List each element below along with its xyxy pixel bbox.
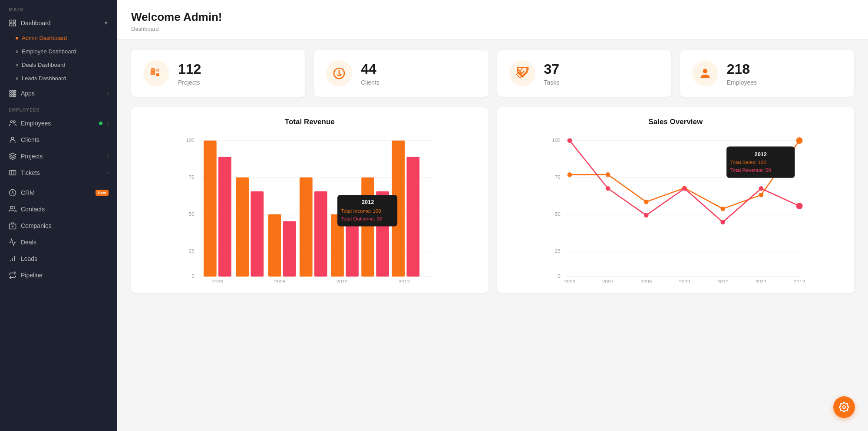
svg-point-18 (10, 206, 13, 209)
svg-text:2012: 2012 (754, 151, 766, 158)
svg-point-83 (644, 213, 648, 218)
tasks-count: 37 (544, 61, 560, 77)
settings-fab[interactable] (833, 396, 855, 418)
stat-card-tasks: 37 Tasks (497, 50, 671, 97)
sidebar-item-tickets[interactable]: Tickets › (0, 165, 117, 181)
sidebar-item-projects[interactable]: Projects › (0, 148, 117, 165)
svg-text:2012: 2012 (399, 279, 410, 283)
svg-text:2012: 2012 (794, 279, 805, 283)
sidebar-item-crm[interactable]: CRM New (0, 184, 117, 201)
projects-label: Projects (178, 79, 201, 86)
line-chart-card: Sales Overview 100 75 50 25 0 (497, 107, 855, 293)
sidebar-item-leads[interactable]: Leads (0, 250, 117, 267)
svg-point-13 (10, 121, 13, 123)
svg-text:50: 50 (189, 211, 195, 217)
employees-online-dot (99, 122, 102, 125)
tasks-stat-icon (515, 66, 529, 80)
clients-count: 44 (361, 61, 380, 77)
sidebar-item-employee-dashboard[interactable]: Employee Dashboard (0, 45, 117, 58)
svg-text:2008: 2008 (274, 279, 285, 283)
svg-rect-0 (10, 20, 12, 22)
svg-rect-6 (14, 90, 16, 92)
svg-text:2006: 2006 (564, 279, 575, 283)
sub-item-label: Admin Dashboard (22, 35, 67, 41)
sidebar-item-pipeline[interactable]: Pipeline (0, 267, 117, 283)
svg-rect-44 (236, 178, 249, 276)
employees-nav-label: Employees (21, 120, 95, 127)
svg-text:2006: 2006 (212, 279, 223, 283)
sidebar-item-companies[interactable]: Companies (0, 217, 117, 234)
svg-rect-52 (361, 178, 374, 276)
clients-icon (9, 136, 17, 144)
sidebar-item-deals[interactable]: Deals (0, 234, 117, 250)
dot (16, 77, 18, 80)
deals-icon (9, 238, 17, 246)
svg-point-78 (720, 207, 725, 211)
crm-icon (9, 189, 17, 197)
projects-nav-label: Projects (21, 153, 102, 160)
dot (16, 64, 18, 66)
sidebar-item-employees[interactable]: Employees › (0, 115, 117, 132)
sidebar-item-leads-dashboard[interactable]: Leads Dashboard (0, 72, 117, 85)
svg-point-76 (644, 200, 648, 204)
svg-text:25: 25 (189, 248, 195, 253)
svg-rect-7 (10, 93, 11, 95)
line-chart-title: Sales Overview (508, 118, 844, 126)
svg-point-80 (796, 137, 802, 144)
svg-rect-55 (406, 157, 419, 276)
bar-chart-area: 100 75 50 25 0 (142, 135, 478, 283)
contacts-nav-label: Contacts (21, 206, 109, 213)
svg-point-79 (759, 193, 763, 197)
employees-count: 218 (727, 61, 757, 77)
gear-icon (839, 402, 849, 412)
sidebar-item-clients[interactable]: Clients (0, 132, 117, 148)
dashboard-toggle[interactable]: Dashboard ▼ (0, 15, 117, 31)
svg-text:2012: 2012 (362, 199, 374, 205)
employees-label: Employees (727, 79, 757, 86)
sidebar: MAIN Dashboard ▼ Admin Dashboard Employe… (0, 0, 117, 431)
sub-item-label: Deals Dashboard (22, 62, 65, 68)
svg-rect-3 (10, 24, 12, 26)
bar-chart-svg: 100 75 50 25 0 (142, 135, 478, 283)
tasks-stat-text: 37 Tasks (544, 61, 560, 86)
main-section-label: MAIN (0, 0, 117, 15)
sidebar-item-admin-dashboard[interactable]: Admin Dashboard (0, 31, 117, 45)
clients-stat-icon-wrap (326, 60, 352, 86)
svg-text:Total Revenue: 50: Total Revenue: 50 (730, 167, 771, 173)
bar-chart-card: Total Revenue 100 75 50 25 0 (131, 107, 488, 293)
bar-chart-title: Total Revenue (142, 118, 478, 126)
dashboard-icon (9, 19, 17, 27)
svg-rect-47 (283, 221, 296, 277)
svg-rect-16 (10, 171, 16, 175)
svg-rect-8 (12, 93, 14, 95)
svg-text:25: 25 (554, 248, 560, 253)
dashboard-chevron: ▼ (103, 20, 109, 26)
svg-text:Total Income: 100: Total Income: 100 (341, 208, 382, 214)
svg-point-31 (703, 69, 707, 73)
svg-rect-49 (314, 191, 327, 277)
svg-rect-1 (13, 20, 16, 22)
contacts-icon (9, 205, 17, 213)
svg-text:100: 100 (186, 137, 195, 143)
dashboard-label: Dashboard (21, 20, 51, 26)
tasks-label: Tasks (544, 79, 560, 86)
svg-text:Total Sales: 100: Total Sales: 100 (730, 159, 766, 165)
svg-text:75: 75 (554, 174, 560, 180)
sidebar-item-apps[interactable]: Apps › (0, 85, 117, 102)
svg-text:2010: 2010 (717, 279, 728, 283)
sub-item-label: Employee Dashboard (22, 48, 76, 55)
svg-point-87 (796, 203, 802, 209)
employees-stat-icon (698, 66, 712, 80)
svg-point-85 (720, 220, 725, 225)
sidebar-item-contacts[interactable]: Contacts (0, 201, 117, 217)
stat-card-projects: 112 Projects (131, 50, 305, 97)
svg-text:2008: 2008 (640, 279, 652, 283)
svg-text:2007: 2007 (602, 279, 614, 283)
svg-point-15 (11, 137, 14, 140)
clients-nav-label: Clients (21, 136, 109, 143)
employees-stat-text: 218 Employees (727, 61, 757, 86)
svg-text:2010: 2010 (337, 279, 348, 283)
sidebar-item-deals-dashboard[interactable]: Deals Dashboard (0, 58, 117, 72)
employees-stat-icon-wrap (692, 60, 718, 86)
svg-rect-27 (156, 73, 159, 76)
